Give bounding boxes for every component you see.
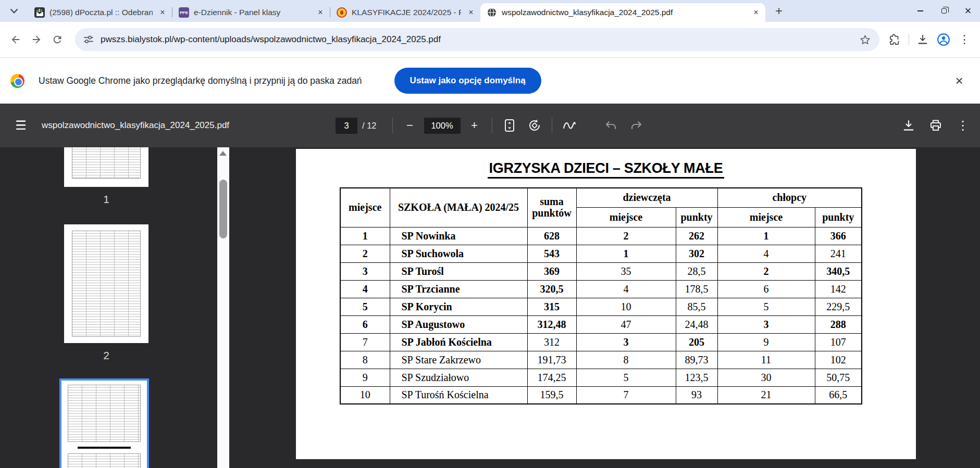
toolbar-divider <box>552 118 552 133</box>
downloads-icon[interactable] <box>912 29 933 50</box>
thumbnail-page-3-selected[interactable] <box>59 378 149 468</box>
ppe-icon: PPE <box>179 7 189 18</box>
cell-total: 628 <box>527 227 576 245</box>
browser-menu-icon[interactable]: ⋮ <box>954 29 975 50</box>
cell-place: 9 <box>340 369 390 386</box>
zoom-level-input[interactable] <box>424 118 461 134</box>
table-row: 9SP Szudziałowo174,255123,53050,75 <box>340 369 862 386</box>
cell-b_pts: 241 <box>815 245 862 262</box>
undo-icon[interactable] <box>602 117 620 134</box>
header-boys: chłopcy <box>717 188 862 207</box>
cell-g_place: 8 <box>576 351 676 369</box>
sidebar-scrollbar[interactable] <box>217 147 229 468</box>
fit-page-button[interactable] <box>501 117 518 134</box>
forward-button[interactable] <box>26 29 47 50</box>
thumbnail-label-1: 1 <box>64 193 148 206</box>
url-text[interactable]: pwszs.bialystok.pl/wp-content/uploads/ws… <box>101 34 859 45</box>
extensions-icon[interactable] <box>885 29 905 50</box>
minimize-button[interactable] <box>908 0 932 22</box>
rotate-button[interactable] <box>526 117 543 134</box>
close-window-button[interactable]: × <box>956 0 980 22</box>
tab-mail[interactable]: (2598) dPoczta.pl :: Odebrane × <box>28 3 172 22</box>
results-table: miejsce SZKOŁA (MAŁA) 2024/25 suma punkt… <box>340 187 862 404</box>
new-tab-button[interactable]: + <box>768 1 789 21</box>
tab-title: (2598) dPoczta.pl :: Odebrane <box>49 8 153 17</box>
cell-b_pts: 340,5 <box>815 262 862 280</box>
banner-close-icon[interactable]: × <box>949 70 970 91</box>
reload-button[interactable] <box>47 29 68 50</box>
cell-g_place: 7 <box>576 386 676 404</box>
omnibox[interactable]: pwszs.bialystok.pl/wp-content/uploads/ws… <box>75 28 879 51</box>
scroll-up-arrow-icon[interactable] <box>219 151 227 156</box>
cell-g_pts: 262 <box>676 227 717 245</box>
cell-place: 2 <box>340 245 390 262</box>
results-table-body: 1SP Nowinka628226213662SP Suchowola54313… <box>340 227 862 404</box>
cell-total: 312 <box>527 333 576 351</box>
cell-g_place: 2 <box>576 227 676 245</box>
cell-g_pts: 205 <box>676 333 717 351</box>
page-number-input[interactable] <box>336 118 357 134</box>
pdf-filename: wspolzawodnictwo_klasyfikacja_2024_2025.… <box>42 104 229 147</box>
tab-active-pdf[interactable]: wspolzawodnictwo_klasyfikacja_2024_2025.… <box>480 3 765 22</box>
cell-place: 7 <box>340 333 390 351</box>
tab-bar: (2598) dPoczta.pl :: Odebrane × PPE e-Dz… <box>0 0 980 22</box>
pdf-toolbar-right: ⋮ <box>900 104 972 147</box>
tab-klasyfikacje[interactable]: KLASYFIKACJE 2024/2025 - PWS × <box>330 3 480 22</box>
cell-total: 320,5 <box>527 280 576 298</box>
toolbar-divider <box>492 118 492 133</box>
close-icon[interactable]: × <box>315 7 326 18</box>
tab-edziennik[interactable]: PPE e-Dziennik - Panel klasy × <box>172 3 330 22</box>
close-icon[interactable]: × <box>751 7 761 18</box>
annotate-draw-button[interactable] <box>561 117 578 134</box>
cell-total: 315 <box>527 298 576 315</box>
cell-total: 312,48 <box>527 315 576 333</box>
back-button[interactable] <box>5 29 26 50</box>
close-icon[interactable]: × <box>466 7 476 18</box>
window-controls: × <box>908 0 980 22</box>
cell-b_pts: 50,75 <box>815 369 862 386</box>
document-title-wrap: IGRZYSKA DZIECI – SZKOŁY MAŁE <box>296 160 916 179</box>
table-row: 5SP Korycin3151085,55229,5 <box>340 298 862 315</box>
cell-b_place: 5 <box>717 298 815 315</box>
szs-emblem-icon <box>337 7 347 18</box>
restore-button[interactable] <box>932 0 956 22</box>
redo-icon[interactable] <box>627 117 645 134</box>
bookmark-star-icon[interactable] <box>859 34 871 46</box>
table-row: 2SP Suchowola54313024241 <box>340 245 862 262</box>
cell-place: 3 <box>340 262 390 280</box>
tab-search-icon[interactable] <box>0 0 28 22</box>
undo-redo-group <box>602 104 645 147</box>
toolbar-divider <box>392 118 393 133</box>
page-count-label: / 12 <box>362 121 377 131</box>
thumbnail-page-1[interactable] <box>64 147 148 187</box>
header-boys-place: miejsce <box>717 207 815 227</box>
cell-school: SP Turośń Kościelna <box>390 386 527 404</box>
cell-total: 543 <box>527 245 576 262</box>
address-bar-row: pwszs.bialystok.pl/wp-content/uploads/ws… <box>0 22 980 57</box>
cell-b_place: 4 <box>717 245 815 262</box>
profile-avatar[interactable] <box>933 29 954 50</box>
cell-school: SP Stare Zakrzewo <box>390 351 527 369</box>
cell-g_pts: 178,5 <box>676 280 717 298</box>
table-row: 10SP Turośń Kościelna159,57932166,5 <box>340 386 862 404</box>
print-icon[interactable] <box>927 117 945 134</box>
cell-school: SP Trzcianne <box>390 280 527 298</box>
pdf-page-controls: / 12 − + <box>336 104 578 147</box>
thumbnail-page-2[interactable] <box>64 224 148 343</box>
pdf-menu-icon[interactable]: ☰ <box>9 104 32 147</box>
header-girls-points: punkty <box>676 207 717 227</box>
thumbnail-mini-title <box>78 447 131 449</box>
close-icon[interactable]: × <box>157 7 168 18</box>
site-info-icon[interactable] <box>83 34 94 45</box>
scrollbar-thumb[interactable] <box>219 180 227 238</box>
cell-b_place: 2 <box>717 262 815 280</box>
zoom-out-button[interactable]: − <box>401 117 419 134</box>
pdf-more-options-icon[interactable]: ⋮ <box>954 117 972 134</box>
zoom-in-button[interactable]: + <box>466 117 483 134</box>
download-icon[interactable] <box>900 117 917 134</box>
cell-school: SP Turośl <box>390 262 527 280</box>
pdf-viewer-content: 1 2 IGRZYSKA DZIECI – SZKOŁY MAŁE miejsc… <box>0 147 980 468</box>
cell-school: SP Jabłoń Kościelna <box>390 333 527 351</box>
browser-window: { "icons": { "close": "×", "new_tab": "+… <box>0 0 980 468</box>
set-default-button[interactable]: Ustaw jako opcję domyślną <box>394 68 541 94</box>
